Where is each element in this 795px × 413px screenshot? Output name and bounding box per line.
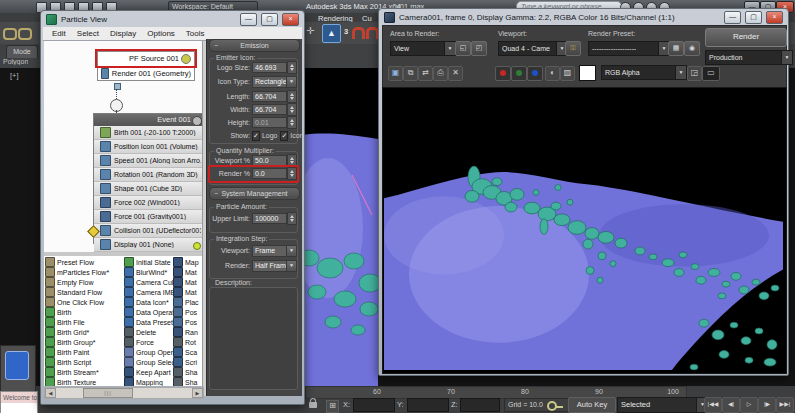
maxscript-mini-listener[interactable]: Welcome to MAXScript — [0, 391, 38, 413]
set-keys-icon[interactable] — [547, 401, 557, 411]
depot-item[interactable]: Birth Stream* — [45, 367, 124, 377]
logo-size-field[interactable]: 46.693 — [252, 62, 287, 73]
z-coord-field[interactable] — [460, 398, 500, 412]
depot-item[interactable]: Pos — [173, 307, 202, 317]
viewport-percent-field[interactable]: 50.0 — [252, 155, 287, 166]
pv-minimize-button[interactable]: — — [240, 13, 257, 26]
environment-icon[interactable]: ◉ — [684, 41, 700, 56]
chevron-down-icon[interactable]: ▼ — [286, 246, 296, 256]
particle-view-menu-item[interactable]: Tools — [186, 29, 205, 38]
edit-region-icon[interactable]: ◱ — [455, 41, 471, 56]
viewport-percent-spinner[interactable] — [287, 154, 297, 167]
depot-item[interactable]: Data Preset* — [124, 317, 173, 327]
event-operator-row[interactable]: Force 002 (Wind001) — [94, 196, 204, 210]
render-button[interactable]: Render — [705, 28, 787, 47]
scroll-right-icon[interactable]: ▶ — [192, 388, 203, 398]
event-display-toggle-icon[interactable] — [192, 116, 202, 126]
chevron-down-icon[interactable]: ▼ — [286, 261, 296, 271]
event-operator-row[interactable]: Force 001 (Gravity001) — [94, 210, 204, 224]
depot-item[interactable]: Preset Flow — [45, 257, 124, 267]
depot-item[interactable]: Mat — [173, 277, 202, 287]
depot-horizontal-scrollbar[interactable]: ◀ ||| ▶ — [44, 387, 204, 399]
chevron-down-icon[interactable]: ▼ — [444, 42, 455, 55]
event-operator-row[interactable]: Rotation 001 (Random 3D) — [94, 168, 204, 182]
clone-rendered-frame-icon[interactable]: ⇄ — [418, 66, 433, 81]
go-to-start-button[interactable]: |◀◀ — [704, 397, 722, 413]
pf-source-row[interactable]: PF Source 001 — [98, 52, 194, 65]
particle-view-menu-item[interactable]: Edit — [52, 29, 66, 38]
render-percent-field[interactable]: 0.0 — [252, 168, 287, 179]
depot-item[interactable]: Standard Flow — [45, 287, 124, 297]
depot-item[interactable]: Mat — [173, 287, 202, 297]
snaps-toggle-icon[interactable] — [352, 27, 365, 39]
active-tool-swatch[interactable] — [5, 351, 29, 380]
upper-limit-spinner[interactable] — [287, 212, 297, 225]
width-spinner[interactable] — [287, 103, 297, 116]
length-spinner[interactable] — [287, 90, 297, 103]
save-image-icon[interactable]: ▣ — [388, 66, 403, 81]
event-display-canvas[interactable]: PF Source 001 Render 001 (Geometry) Even… — [44, 41, 202, 252]
render-preset-dropdown[interactable]: ------------------- ▼ — [588, 41, 670, 56]
pv-close-button[interactable]: × — [282, 13, 299, 26]
depot-item[interactable]: Scri — [173, 357, 202, 367]
rendered-frame-title-bar[interactable]: Camera001, frame 0, Display Gamma: 2.2, … — [379, 9, 788, 25]
viewport-lock-icon[interactable]: ⚿ — [565, 41, 581, 56]
depot-item[interactable]: Group Selection — [124, 357, 173, 367]
pv-maximize-button[interactable]: ▢ — [261, 13, 278, 26]
depot-item[interactable]: Data Operator* — [124, 307, 173, 317]
particle-view-menu-item[interactable]: Display — [110, 29, 136, 38]
render-step-dropdown[interactable]: Half Frame ▼ — [252, 260, 297, 272]
scroll-left-icon[interactable]: ◀ — [45, 388, 56, 398]
event-operator-row[interactable]: Collision 001 (UDeflector001) — [94, 224, 204, 238]
system-management-rollout-header[interactable]: − System Management — [209, 187, 300, 200]
height-spinner[interactable] — [287, 116, 297, 129]
pf-source-node[interactable]: PF Source 001 Render 001 (Geometry) — [97, 51, 195, 81]
auto-key-button[interactable]: Auto Key — [568, 397, 616, 413]
next-frame-button[interactable]: |▶ — [758, 397, 776, 413]
play-button[interactable]: ▷ — [740, 397, 758, 413]
depot-item[interactable]: Birth — [45, 307, 124, 317]
depot-item[interactable]: Birth Paint — [45, 347, 124, 357]
render-mode-dropdown[interactable]: Production ▼ — [705, 50, 793, 65]
icon-type-dropdown[interactable]: Rectangle ▼ — [252, 76, 297, 88]
collapse-icon[interactable]: − — [214, 188, 218, 199]
logo-size-spinner[interactable] — [287, 61, 297, 74]
depot-item[interactable]: Empty Flow — [45, 277, 124, 287]
depot-item[interactable]: Camera IMBlur* — [124, 287, 173, 297]
copy-image-icon[interactable]: ⧉ — [403, 66, 418, 81]
depot-item[interactable]: Delete — [124, 327, 173, 337]
emission-rollout-header[interactable]: − Emission — [209, 39, 300, 52]
depot-item[interactable]: Mat — [173, 267, 202, 277]
height-field[interactable]: 0.01 — [252, 117, 287, 128]
auto-region-icon[interactable]: ◰ — [471, 41, 487, 56]
previous-frame-button[interactable]: ◀| — [722, 397, 740, 413]
event-operator-row[interactable]: Shape 001 (Cube 3D) — [94, 182, 204, 196]
depot-item[interactable]: Ran — [173, 327, 202, 337]
main-viewport-scene[interactable] — [303, 68, 378, 386]
chevron-down-icon[interactable]: ▼ — [781, 51, 792, 64]
collision-test-output-diamond-icon[interactable] — [87, 225, 100, 238]
event-operator-row[interactable]: Birth 001 (-20-100 T:2000) — [94, 126, 204, 140]
collapse-icon[interactable]: − — [214, 40, 218, 51]
monochrome-icon[interactable]: ◐ — [545, 66, 560, 81]
depot-item[interactable]: Group Operator — [124, 347, 173, 357]
area-to-render-dropdown[interactable]: View ▼ — [390, 41, 456, 56]
print-image-icon[interactable]: ⎙ — [433, 66, 448, 81]
rw-minimize-button[interactable]: — — [724, 11, 741, 24]
depot-item[interactable]: Birth Script — [45, 357, 124, 367]
depot-item[interactable]: Birth Group* — [45, 337, 124, 347]
x-coord-field[interactable] — [353, 398, 395, 412]
render-percent-spinner[interactable] — [287, 167, 297, 180]
depot-item[interactable]: Camera Culling* — [124, 277, 173, 287]
depot-item[interactable]: Map — [173, 257, 202, 267]
chevron-down-icon[interactable]: ▼ — [675, 66, 686, 79]
channel-display-dropdown[interactable]: RGB Alpha ▼ — [601, 65, 687, 80]
depot-item[interactable]: Keep Apart — [124, 367, 173, 377]
blue-channel-icon[interactable] — [527, 66, 543, 81]
depot-item[interactable]: Mapping — [124, 377, 173, 386]
event-operator-row[interactable]: Speed 001 (Along Icon Arro... — [94, 154, 204, 168]
red-channel-icon[interactable] — [495, 66, 511, 81]
ribbon-section-polygon[interactable]: Polygon — [3, 58, 28, 65]
particle-view-title-bar[interactable]: Particle View — ▢ × — [41, 11, 304, 27]
rw-maximize-button[interactable]: ▢ — [745, 11, 762, 24]
